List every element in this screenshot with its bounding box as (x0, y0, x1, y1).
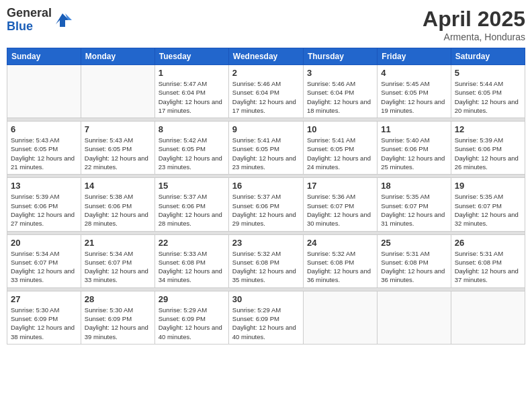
day-info: Sunrise: 5:31 AMSunset: 6:08 PMDaylight:… (455, 249, 521, 285)
calendar-cell: 3Sunrise: 5:46 AMSunset: 6:04 PMDaylight… (303, 65, 377, 118)
day-number: 26 (455, 238, 521, 248)
calendar-cell (378, 291, 451, 344)
day-info: Sunrise: 5:37 AMSunset: 6:06 PMDaylight:… (159, 192, 225, 228)
day-number: 14 (85, 181, 151, 191)
col-saturday: Saturday (451, 48, 525, 65)
calendar-cell: 18Sunrise: 5:35 AMSunset: 6:07 PMDayligh… (378, 178, 451, 231)
day-info: Sunrise: 5:37 AMSunset: 6:06 PMDaylight:… (232, 192, 300, 228)
day-number: 22 (159, 238, 225, 248)
day-number: 30 (232, 294, 300, 304)
calendar-cell: 19Sunrise: 5:35 AMSunset: 6:07 PMDayligh… (451, 178, 525, 231)
calendar-cell: 4Sunrise: 5:45 AMSunset: 6:05 PMDaylight… (378, 65, 451, 118)
day-number: 23 (232, 238, 300, 248)
calendar-row-2: 6Sunrise: 5:43 AMSunset: 6:05 PMDaylight… (7, 122, 525, 175)
calendar-cell (303, 291, 377, 344)
calendar-cell: 6Sunrise: 5:43 AMSunset: 6:05 PMDaylight… (7, 122, 81, 175)
col-monday: Monday (81, 48, 154, 65)
calendar-table: Sunday Monday Tuesday Wednesday Thursday… (7, 48, 525, 345)
day-number: 18 (381, 181, 447, 191)
calendar-cell: 22Sunrise: 5:33 AMSunset: 6:08 PMDayligh… (154, 234, 228, 287)
day-number: 9 (232, 124, 300, 134)
day-number: 4 (381, 68, 447, 78)
calendar-cell (81, 65, 154, 118)
day-info: Sunrise: 5:38 AMSunset: 6:06 PMDaylight:… (85, 192, 151, 228)
day-info: Sunrise: 5:44 AMSunset: 6:05 PMDaylight:… (455, 79, 521, 115)
col-tuesday: Tuesday (154, 48, 228, 65)
day-info: Sunrise: 5:34 AMSunset: 6:07 PMDaylight:… (11, 249, 77, 285)
calendar-cell: 2Sunrise: 5:46 AMSunset: 6:04 PMDaylight… (228, 65, 303, 118)
day-number: 2 (232, 68, 300, 78)
calendar-row-1: 1Sunrise: 5:47 AMSunset: 6:04 PMDaylight… (7, 65, 525, 118)
col-thursday: Thursday (303, 48, 377, 65)
calendar-cell: 1Sunrise: 5:47 AMSunset: 6:04 PMDaylight… (154, 65, 228, 118)
calendar-cell: 8Sunrise: 5:42 AMSunset: 6:05 PMDaylight… (154, 122, 228, 175)
day-number: 29 (159, 294, 225, 304)
day-info: Sunrise: 5:35 AMSunset: 6:07 PMDaylight:… (381, 192, 447, 228)
day-info: Sunrise: 5:47 AMSunset: 6:04 PMDaylight:… (159, 79, 225, 115)
col-sunday: Sunday (7, 48, 81, 65)
calendar-cell: 27Sunrise: 5:30 AMSunset: 6:09 PMDayligh… (7, 291, 81, 344)
day-info: Sunrise: 5:41 AMSunset: 6:05 PMDaylight:… (307, 136, 373, 171)
calendar-cell: 30Sunrise: 5:29 AMSunset: 6:09 PMDayligh… (228, 291, 303, 344)
col-friday: Friday (378, 48, 451, 65)
day-number: 28 (85, 294, 151, 304)
day-number: 13 (11, 181, 77, 191)
day-info: Sunrise: 5:29 AMSunset: 6:09 PMDaylight:… (159, 306, 225, 341)
day-number: 11 (381, 124, 447, 134)
day-info: Sunrise: 5:46 AMSunset: 6:04 PMDaylight:… (232, 79, 300, 115)
title-block: April 2025 Armenta, Honduras (423, 7, 525, 42)
calendar-cell: 17Sunrise: 5:36 AMSunset: 6:07 PMDayligh… (303, 178, 377, 231)
calendar-cell: 5Sunrise: 5:44 AMSunset: 6:05 PMDaylight… (451, 65, 525, 118)
col-wednesday: Wednesday (228, 48, 303, 65)
day-info: Sunrise: 5:43 AMSunset: 6:05 PMDaylight:… (85, 136, 151, 171)
day-number: 1 (159, 68, 225, 78)
day-number: 5 (455, 68, 521, 78)
calendar-cell: 16Sunrise: 5:37 AMSunset: 6:06 PMDayligh… (228, 178, 303, 231)
day-info: Sunrise: 5:30 AMSunset: 6:09 PMDaylight:… (11, 306, 77, 341)
day-info: Sunrise: 5:40 AMSunset: 6:06 PMDaylight:… (381, 136, 447, 171)
day-number: 19 (455, 181, 521, 191)
calendar-cell: 29Sunrise: 5:29 AMSunset: 6:09 PMDayligh… (154, 291, 228, 344)
calendar-row-4: 20Sunrise: 5:34 AMSunset: 6:07 PMDayligh… (7, 234, 525, 287)
calendar-cell: 14Sunrise: 5:38 AMSunset: 6:06 PMDayligh… (81, 178, 154, 231)
logo-general: General (7, 7, 52, 20)
day-info: Sunrise: 5:41 AMSunset: 6:05 PMDaylight:… (232, 136, 300, 171)
day-number: 24 (307, 238, 373, 248)
day-number: 27 (11, 294, 77, 304)
calendar-cell: 9Sunrise: 5:41 AMSunset: 6:05 PMDaylight… (228, 122, 303, 175)
calendar-cell: 7Sunrise: 5:43 AMSunset: 6:05 PMDaylight… (81, 122, 154, 175)
day-number: 21 (85, 238, 151, 248)
calendar-cell: 12Sunrise: 5:39 AMSunset: 6:06 PMDayligh… (451, 122, 525, 175)
day-info: Sunrise: 5:29 AMSunset: 6:09 PMDaylight:… (232, 306, 300, 341)
calendar-cell: 26Sunrise: 5:31 AMSunset: 6:08 PMDayligh… (451, 234, 525, 287)
calendar-cell: 28Sunrise: 5:30 AMSunset: 6:09 PMDayligh… (81, 291, 154, 344)
day-info: Sunrise: 5:39 AMSunset: 6:06 PMDaylight:… (11, 192, 77, 228)
day-number: 25 (381, 238, 447, 248)
calendar-cell: 11Sunrise: 5:40 AMSunset: 6:06 PMDayligh… (378, 122, 451, 175)
day-number: 8 (159, 124, 225, 134)
logo-icon (53, 11, 72, 30)
calendar-cell: 15Sunrise: 5:37 AMSunset: 6:06 PMDayligh… (154, 178, 228, 231)
day-info: Sunrise: 5:34 AMSunset: 6:07 PMDaylight:… (85, 249, 151, 285)
day-info: Sunrise: 5:45 AMSunset: 6:05 PMDaylight:… (381, 79, 447, 115)
logo-blue: Blue (7, 20, 52, 34)
day-info: Sunrise: 5:30 AMSunset: 6:09 PMDaylight:… (85, 306, 151, 341)
day-info: Sunrise: 5:31 AMSunset: 6:08 PMDaylight:… (381, 249, 447, 285)
calendar-cell: 20Sunrise: 5:34 AMSunset: 6:07 PMDayligh… (7, 234, 81, 287)
calendar-cell: 25Sunrise: 5:31 AMSunset: 6:08 PMDayligh… (378, 234, 451, 287)
calendar-cell (7, 65, 81, 118)
day-info: Sunrise: 5:35 AMSunset: 6:07 PMDaylight:… (455, 192, 521, 228)
day-number: 12 (455, 124, 521, 134)
calendar-cell: 24Sunrise: 5:32 AMSunset: 6:08 PMDayligh… (303, 234, 377, 287)
day-number: 10 (307, 124, 373, 134)
day-info: Sunrise: 5:36 AMSunset: 6:07 PMDaylight:… (307, 192, 373, 228)
day-number: 3 (307, 68, 373, 78)
calendar-cell: 13Sunrise: 5:39 AMSunset: 6:06 PMDayligh… (7, 178, 81, 231)
page-header: General Blue April 2025 Armenta, Hondura… (7, 7, 525, 42)
day-info: Sunrise: 5:46 AMSunset: 6:04 PMDaylight:… (307, 79, 373, 115)
day-number: 6 (11, 124, 77, 134)
day-info: Sunrise: 5:42 AMSunset: 6:05 PMDaylight:… (159, 136, 225, 171)
day-info: Sunrise: 5:43 AMSunset: 6:05 PMDaylight:… (11, 136, 77, 171)
day-info: Sunrise: 5:33 AMSunset: 6:08 PMDaylight:… (159, 249, 225, 285)
day-number: 20 (11, 238, 77, 248)
